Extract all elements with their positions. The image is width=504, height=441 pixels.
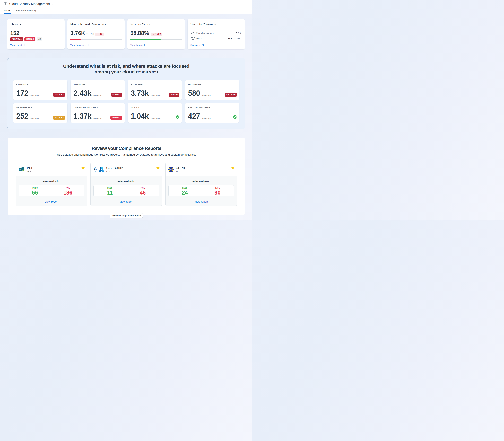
svg-text:pci: pci xyxy=(19,168,22,170)
svg-text:GDPR: GDPR xyxy=(169,169,173,170)
svg-text:CIS: CIS xyxy=(94,168,98,171)
